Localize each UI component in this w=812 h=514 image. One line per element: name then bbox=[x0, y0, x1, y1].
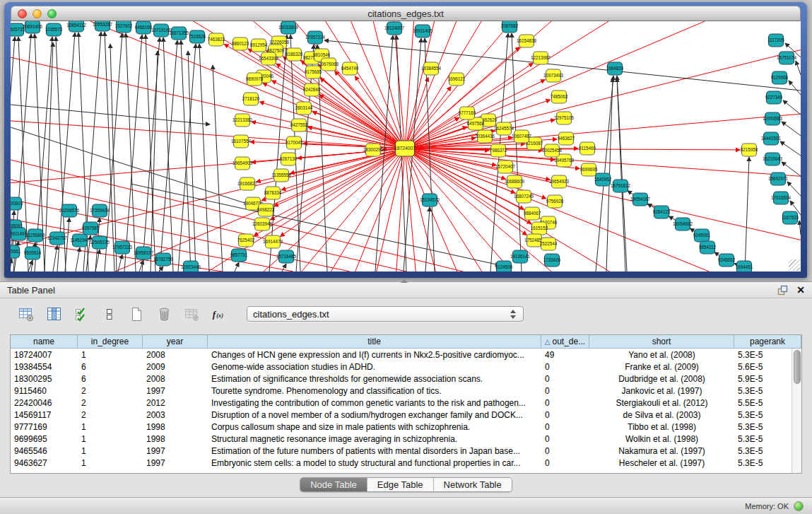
graph-node[interactable]: 9397587 bbox=[82, 222, 100, 235]
graph-node[interactable]: 16671355 bbox=[169, 27, 189, 40]
scrollbar-thumb[interactable] bbox=[794, 350, 801, 384]
table-cell[interactable]: 49 bbox=[541, 350, 589, 360]
graph-node[interactable]: 1615152 bbox=[531, 222, 548, 235]
graph-node[interactable]: 16245574 bbox=[494, 122, 514, 135]
close-window-button[interactable] bbox=[18, 9, 27, 18]
graph-node[interactable]: 10688609 bbox=[505, 175, 525, 188]
graph-node[interactable]: 7515526 bbox=[189, 30, 206, 43]
table-cell[interactable]: 14569117 bbox=[11, 410, 78, 420]
table-cell[interactable]: 19384554 bbox=[11, 362, 78, 372]
graph-node[interactable]: 12342757 bbox=[47, 232, 68, 245]
graph-node[interactable]: 1117205 bbox=[767, 34, 784, 47]
graph-node[interactable]: 9227349 bbox=[765, 91, 783, 104]
table-cell[interactable]: 1998 bbox=[143, 422, 208, 432]
table-row[interactable]: 1456911722003Disruption of a novel membe… bbox=[11, 409, 792, 421]
table-cell[interactable]: 0 bbox=[541, 446, 589, 456]
zoom-window-button[interactable] bbox=[47, 9, 57, 18]
table-cell[interactable]: 1997 bbox=[143, 386, 208, 396]
graph-node[interactable]: 7463822 bbox=[208, 33, 225, 46]
table-row[interactable]: 969969511998Structural magnetic resonanc… bbox=[11, 433, 792, 445]
close-panel-icon[interactable]: ✕ bbox=[796, 285, 805, 295]
graph-node[interactable]: 9805561 bbox=[11, 245, 21, 258]
table-cell[interactable]: Embryonic stem cells: a model to study s… bbox=[208, 458, 541, 468]
graph-node[interactable]: 15692971 bbox=[768, 173, 789, 185]
show-columns-icon[interactable] bbox=[45, 305, 62, 322]
graph-node[interactable]: 9890978 bbox=[246, 73, 264, 86]
table-cell[interactable]: 0 bbox=[541, 386, 589, 396]
graph-node[interactable]: 1035573 bbox=[45, 23, 63, 36]
table-cell[interactable]: 5.9E-5 bbox=[734, 374, 792, 384]
graph-node[interactable]: 16782759 bbox=[153, 253, 174, 266]
graph-node[interactable]: 18124007 bbox=[384, 22, 405, 35]
table-scrollbar[interactable] bbox=[792, 349, 801, 473]
graph-node[interactable]: 8427552 bbox=[290, 119, 308, 132]
citation-graph[interactable]: 9505731206914061035573108541121055328715… bbox=[11, 21, 801, 271]
memory-status-icon[interactable] bbox=[794, 501, 804, 511]
function-builder-icon[interactable]: f (x) bbox=[211, 305, 228, 322]
table-cell[interactable]: 2003 bbox=[143, 410, 208, 420]
graph-node[interactable]: 8498222 bbox=[257, 204, 275, 216]
graph-node[interactable]: 2718120 bbox=[242, 93, 260, 105]
graph-node[interactable]: 2087682 bbox=[501, 21, 519, 33]
table-selector-dropdown[interactable]: citations_edges.txt bbox=[247, 306, 524, 322]
table-cell[interactable]: 9465546 bbox=[11, 446, 78, 456]
table-cell[interactable]: 18300295 bbox=[11, 374, 78, 384]
delete-column-icon[interactable] bbox=[155, 305, 172, 322]
graph-node[interactable]: 9884067 bbox=[524, 207, 541, 220]
table-row[interactable]: 946362711997Embryonic stem cells: a mode… bbox=[11, 457, 792, 469]
graph-node[interactable]: 9129966 bbox=[771, 71, 789, 84]
graph-node[interactable]: 19654923 bbox=[549, 175, 570, 188]
table-cell[interactable]: Hescheler et al. (1997) bbox=[589, 458, 734, 468]
graph-node[interactable]: 9175685 bbox=[305, 66, 322, 78]
table-cell[interactable]: 5.3E-5 bbox=[734, 434, 792, 444]
table-cell[interactable]: 22420046 bbox=[11, 398, 78, 408]
graph-node[interactable]: 1694451 bbox=[736, 261, 753, 271]
table-cell[interactable]: 5.3E-5 bbox=[734, 386, 792, 396]
table-cell[interactable]: 1 bbox=[78, 458, 143, 468]
table-row[interactable]: 1872400712008Changes of HCN gene express… bbox=[11, 349, 792, 361]
table-cell[interactable]: 0 bbox=[541, 458, 589, 468]
resize-grip[interactable] bbox=[789, 259, 800, 271]
table-cell[interactable]: 0 bbox=[541, 374, 589, 384]
table-cell[interactable]: 5.3E-5 bbox=[734, 410, 792, 420]
graph-node[interactable]: 10553287 bbox=[93, 21, 113, 31]
network-canvas[interactable]: 9505731206914061035573108541121055328715… bbox=[11, 21, 801, 271]
graph-node[interactable]: 3911491 bbox=[11, 228, 28, 240]
graph-node[interactable]: 9463627 bbox=[558, 132, 575, 145]
table-cell[interactable]: 2009 bbox=[143, 362, 208, 372]
table-cell[interactable]: 9463627 bbox=[11, 458, 78, 468]
table-cell[interactable]: Dudbridge et al. (2008) bbox=[589, 374, 734, 384]
graph-node[interactable]: 8215958 bbox=[741, 144, 758, 156]
graph-node[interactable]: 16543392 bbox=[259, 52, 279, 65]
graph-node[interactable]: 10607487 bbox=[512, 130, 532, 143]
table-cell[interactable]: 2012 bbox=[143, 398, 208, 408]
table-cell[interactable]: 5.3E-5 bbox=[734, 446, 792, 456]
splitter-handle[interactable] bbox=[401, 279, 408, 283]
graph-node[interactable]: 1640952 bbox=[594, 173, 612, 186]
graph-node[interactable]: 7986372 bbox=[490, 144, 507, 157]
graph-node[interactable]: 9245652 bbox=[718, 254, 736, 267]
row-height-icon[interactable] bbox=[100, 305, 117, 322]
graph-node[interactable]: 6466160 bbox=[135, 21, 153, 34]
graph-node[interactable]: 9284123 bbox=[653, 206, 671, 218]
graph-node[interactable]: 18300295 bbox=[363, 144, 384, 156]
graph-node[interactable]: 8878334 bbox=[264, 187, 282, 199]
tab-node-table[interactable]: Node Table bbox=[300, 478, 367, 491]
table-cell[interactable]: 0 bbox=[541, 398, 589, 408]
table-cell[interactable]: de Silva et al. (2003) bbox=[589, 410, 734, 420]
table-cell[interactable]: 18724007 bbox=[11, 350, 78, 360]
table-row[interactable]: 1938455462009Genome-wide association stu… bbox=[11, 361, 792, 373]
column-header-short[interactable]: short bbox=[589, 335, 734, 348]
table-cell[interactable]: Tourette syndrome. Phenomenology and cla… bbox=[208, 386, 541, 396]
graph-node[interactable]: 11355558 bbox=[271, 169, 291, 182]
select-columns-icon[interactable] bbox=[73, 305, 90, 322]
graph-node[interactable]: 9170045 bbox=[286, 136, 303, 149]
column-header-title[interactable]: title bbox=[208, 335, 541, 348]
graph-node[interactable]: 17957223 bbox=[112, 241, 133, 254]
table-cell[interactable]: Tibbo et al. (1998) bbox=[589, 422, 734, 432]
table-cell[interactable]: Changes of HCN gene expression and I(f) … bbox=[208, 350, 541, 360]
table-cell[interactable]: Disruption of a novel member of a sodium… bbox=[208, 410, 541, 420]
graph-node[interactable]: 9699695 bbox=[580, 163, 598, 176]
table-cell[interactable]: Corpus callosum shape and size in male p… bbox=[208, 422, 541, 432]
graph-node[interactable]: 12505135 bbox=[90, 236, 110, 249]
